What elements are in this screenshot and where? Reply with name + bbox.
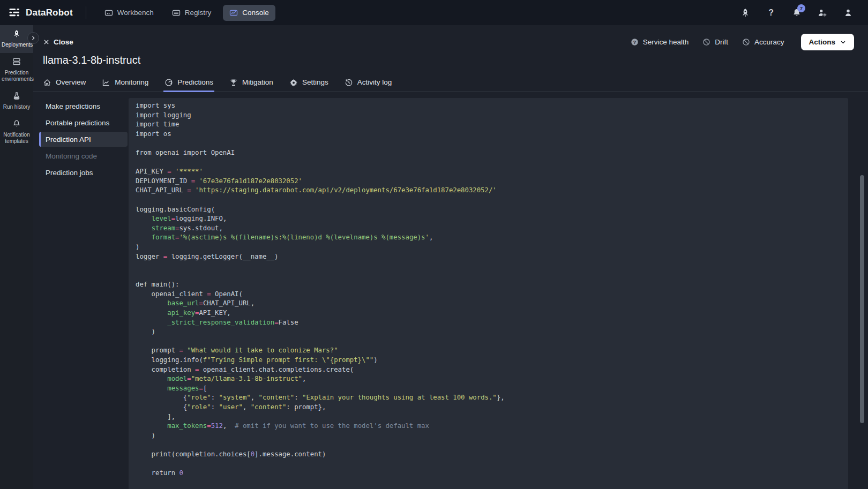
account-icon	[843, 8, 853, 18]
actions-button[interactable]: Actions	[801, 34, 854, 50]
rocket-button[interactable]	[740, 8, 750, 18]
subnav-item-prediction-jobs[interactable]: Prediction jobs	[39, 165, 128, 180]
close-icon	[43, 39, 50, 46]
svg-text:?: ?	[768, 8, 774, 17]
sidebar-item-label: Notification templates	[2, 132, 32, 145]
code-line: logging.info(f"Trying Simple prompt firs…	[136, 356, 841, 365]
tab-activity-log[interactable]: Activity log	[345, 73, 392, 92]
main-area: Close ?Service healthDriftAccuracyAction…	[33, 25, 868, 489]
gear-icon	[289, 78, 298, 87]
tab-label: Activity log	[357, 78, 392, 86]
subnav-item-monitoring-code: Monitoring code	[39, 148, 128, 163]
brand-name: DataRobot	[26, 7, 73, 18]
topbar-right-icons: ?7	[740, 8, 868, 18]
code-line: {"role": "system", "content": "Explain y…	[136, 393, 841, 403]
code-line	[136, 337, 841, 347]
code-panel[interactable]: import sysimport loggingimport timeimpor…	[129, 98, 848, 489]
top-nav-workbench[interactable]: Workbench	[98, 5, 160, 21]
flask-icon	[12, 92, 21, 100]
deployment-header: Close ?Service healthDriftAccuracyAction…	[43, 31, 854, 52]
sidebar-item-run-history[interactable]: Run history	[0, 87, 33, 115]
chevron-right-icon	[30, 35, 36, 41]
status-link-drift[interactable]: Drift	[702, 38, 728, 46]
top-nav-label: Console	[242, 9, 269, 17]
code-line: def main():	[136, 280, 841, 290]
sidebar-item-label: Run history	[2, 104, 32, 110]
code-line	[136, 158, 841, 168]
code-line: import sys	[136, 101, 841, 111]
code-line: logging.basicConfig(	[136, 205, 841, 215]
subnav-item-portable-predictions[interactable]: Portable predictions	[39, 115, 128, 130]
sidebar-item-prediction-environments[interactable]: Prediction environments	[0, 53, 33, 87]
top-nav-items: WorkbenchRegistryConsole	[98, 5, 275, 21]
page-title: llama-3.1-8b-instruct	[43, 54, 140, 66]
subnav-item-make-predictions[interactable]: Make predictions	[39, 99, 128, 114]
tab-monitoring[interactable]: Monitoring	[102, 73, 148, 92]
header-status-links: ?Service healthDriftAccuracyActions	[631, 34, 854, 50]
tab-predictions[interactable]: Predictions	[164, 73, 213, 92]
disabled-icon	[702, 38, 710, 46]
tab-mitigation[interactable]: Mitigation	[229, 73, 273, 92]
account-button[interactable]	[843, 8, 853, 18]
workbench-icon	[104, 9, 113, 17]
top-bar: DataRobot WorkbenchRegistryConsole ?7	[0, 0, 868, 25]
predictions-icon	[164, 78, 173, 87]
code-line: {"role": "user", "content": prompt},	[136, 403, 841, 412]
predictions-subnav: Make predictionsPortable predictionsPred…	[33, 92, 129, 489]
code-line: from openai import OpenAI	[136, 148, 841, 158]
status-link-label: Accuracy	[754, 38, 784, 46]
app-sidebar: DeploymentsPrediction environmentsRun hi…	[0, 25, 33, 489]
disabled-icon	[742, 38, 750, 46]
tab-settings[interactable]: Settings	[289, 73, 328, 92]
status-link-label: Service health	[643, 38, 689, 46]
code-line: prompt = "What would it take to colonize…	[136, 346, 841, 356]
code-line: return 0	[136, 469, 841, 478]
sidebar-item-label: Deployments	[2, 42, 32, 48]
tab-overview[interactable]: Overview	[43, 73, 86, 92]
sidebar-item-notification-templates[interactable]: Notification templates	[0, 115, 33, 149]
notification-count-badge: 7	[797, 4, 805, 12]
code-line	[136, 271, 841, 281]
code-line: ],	[136, 412, 841, 422]
status-link-service-health[interactable]: ?Service health	[631, 38, 689, 46]
notifications-bell-button[interactable]: 7	[792, 8, 802, 18]
status-link-accuracy[interactable]: Accuracy	[742, 38, 784, 46]
code-line: completion = openai_client.chat.completi…	[136, 365, 841, 375]
close-button[interactable]: Close	[43, 38, 73, 46]
registry-icon	[172, 9, 181, 17]
code-line: import os	[136, 130, 841, 139]
datarobot-brand[interactable]: DataRobot	[0, 7, 73, 18]
deployment-tabs: OverviewMonitoringPredictionsMitigationS…	[33, 73, 868, 92]
sidebar-expand-button[interactable]	[27, 32, 39, 44]
page-scrollbar-thumb[interactable]	[860, 175, 864, 423]
code-line	[136, 261, 841, 271]
top-nav-console[interactable]: Console	[223, 5, 275, 21]
sidebar-item-label: Prediction environments	[2, 70, 32, 82]
monitoring-icon	[102, 78, 110, 87]
environments-icon	[12, 57, 21, 66]
user-settings-icon	[818, 8, 827, 18]
code-line: format='%(asctime)s %(filename)s:%(linen…	[136, 233, 841, 243]
user-settings-button[interactable]	[818, 8, 827, 18]
help-icon: ?	[766, 8, 776, 18]
code-block: import sysimport loggingimport timeimpor…	[136, 101, 841, 478]
predictions-body: Make predictionsPortable predictionsPred…	[33, 92, 868, 489]
tab-label: Monitoring	[115, 78, 148, 86]
code-line: import logging	[136, 111, 841, 121]
code-line: openai_client = OpenAI(	[136, 290, 841, 299]
rocket-icon	[740, 8, 750, 18]
help-button[interactable]: ?	[766, 8, 776, 18]
subnav-item-prediction-api[interactable]: Prediction API	[39, 132, 128, 147]
top-nav-label: Registry	[185, 9, 212, 17]
tab-label: Settings	[302, 78, 328, 86]
tab-label: Predictions	[177, 78, 213, 86]
status-link-label: Drift	[715, 38, 728, 46]
home-icon	[43, 78, 51, 87]
code-line: import time	[136, 120, 841, 130]
code-line: max_tokens=512, # omit if you want to us…	[136, 422, 841, 431]
code-line: )	[136, 327, 841, 337]
top-nav-registry[interactable]: Registry	[166, 5, 218, 21]
close-label: Close	[54, 38, 73, 46]
code-line: messages=[	[136, 384, 841, 394]
code-line: logger = logging.getLogger(__name__)	[136, 252, 841, 262]
